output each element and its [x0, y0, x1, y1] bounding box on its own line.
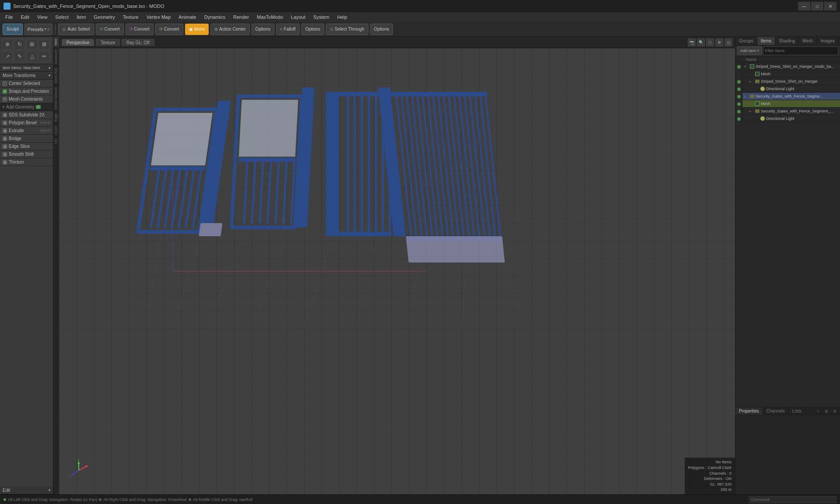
options-button-1[interactable]: Options	[252, 24, 274, 35]
tool-icon-pen[interactable]: ✏	[38, 51, 50, 62]
menu-layout[interactable]: Layout	[287, 14, 309, 21]
vp-icon-search[interactable]: 🔍	[697, 38, 705, 46]
menu-select[interactable]: Select	[52, 14, 72, 21]
tool-icon-move[interactable]: ⊕	[2, 38, 13, 50]
tool-icon-rotate[interactable]: ↻	[14, 38, 25, 50]
items-button[interactable]: ◉ Items	[185, 24, 209, 35]
vp-icon-settings[interactable]: ⚙	[715, 38, 723, 46]
menu-help[interactable]: Help	[334, 14, 351, 21]
vp-icon-grid[interactable]: ⬡	[706, 38, 714, 46]
menu-maxtomodo[interactable]: MaxToModo	[253, 14, 287, 21]
sculpt-button[interactable]: Sculpt	[3, 24, 23, 35]
left-tab-curve[interactable]: Curve	[53, 124, 59, 137]
menu-item[interactable]: Item	[73, 14, 89, 21]
thicken-button[interactable]: ▣ Thicken	[0, 158, 53, 166]
presets-dropdown[interactable]: Presets ▾ ≡	[24, 24, 53, 35]
left-tab-mesh-edit[interactable]: Mesh Edit	[53, 66, 59, 86]
menu-render[interactable]: Render	[230, 14, 252, 21]
vp-icon-camera[interactable]: 📷	[688, 38, 696, 46]
bridge-button[interactable]: ▣ Bridge	[0, 135, 53, 143]
br-tab-lists[interactable]: Lists	[789, 407, 805, 415]
tool-icon-scale[interactable]: ⊞	[26, 38, 38, 50]
menu-edit[interactable]: Edit	[18, 14, 33, 21]
left-tab-edge[interactable]: Edge	[53, 112, 59, 124]
menu-dynamics[interactable]: Dynamics	[201, 14, 229, 21]
viewport-tab-raygl[interactable]: Ray GL: Off	[122, 39, 154, 46]
convert-button-1[interactable]: ⟳ Convert	[96, 24, 124, 35]
item-row-striped-dress-shirt-top[interactable]: ▾ Striped_Dress_Shirt_on_Hanger_modo_ba.…	[742, 63, 840, 70]
center-selected-button[interactable]: ⊙ Center Selected	[0, 80, 53, 88]
item-row-directional-light-2[interactable]: Directional Light	[742, 115, 840, 122]
smooth-shift-button[interactable]: ▣ Smooth Shift	[0, 150, 53, 158]
edit-mode-dropdown[interactable]: Edit ▾	[0, 486, 53, 494]
add-geometry-section[interactable]: ▾ Add Geometry +	[0, 103, 53, 111]
left-tab-vertex-normal[interactable]: Vertex Normal	[53, 86, 59, 112]
options-button-2[interactable]: Options	[301, 24, 324, 35]
edge-slice-button[interactable]: ▣ Edge Slice	[0, 143, 53, 150]
falloff-button[interactable]: ≈ Falloff	[276, 24, 300, 35]
visibility-dot-3[interactable]	[737, 80, 741, 84]
polygon-bevel-button[interactable]: ▣ Polygon Bevel Shift-B	[0, 119, 53, 127]
visibility-dot-1[interactable]	[737, 65, 741, 69]
menu-system[interactable]: System	[310, 14, 333, 21]
item-row-mesh-2[interactable]: Mesh	[742, 100, 840, 108]
visibility-dot-8[interactable]	[737, 117, 741, 121]
item-row-mesh-1[interactable]: Mesh	[742, 70, 840, 78]
menu-view[interactable]: View	[34, 14, 51, 21]
br-icon-settings[interactable]: ⚙	[831, 408, 838, 415]
left-tab-duplicate[interactable]: Duplicate	[53, 48, 59, 66]
item-row-security-gates-top[interactable]: ▾ Security_Gates_with_Fence_Segme...	[742, 93, 840, 100]
convert-button-2[interactable]: ⟳ Convert	[126, 24, 154, 35]
menu-file[interactable]: File	[2, 14, 17, 21]
item-row-security-gates-sub[interactable]: ▸ Security_Gates_with_Fence_Segment_...	[742, 108, 840, 115]
tool-icon-transform[interactable]: ⊠	[38, 38, 50, 50]
viewport-tab-texture[interactable]: Texture	[96, 39, 120, 46]
vp-icon-expand[interactable]: ◫	[724, 38, 732, 46]
options-button-3[interactable]: Options	[370, 24, 393, 35]
menu-vertex-map[interactable]: Vertex Map	[143, 14, 175, 21]
br-icon-expand[interactable]: ⊞	[823, 408, 830, 415]
item-row-striped-shirt-hanger[interactable]: ▸ Striped_Dress_Shirt_on_Hanger	[742, 78, 840, 85]
br-tab-properties[interactable]: Properties	[735, 407, 763, 415]
br-icon-add[interactable]: +	[815, 408, 822, 415]
left-tab-item[interactable]: Item	[53, 37, 59, 48]
item-row-directional-light-1[interactable]: Directional Light	[742, 85, 840, 93]
right-tab-mesh[interactable]: Mesh	[799, 37, 817, 45]
minimize-button[interactable]: —	[798, 2, 810, 10]
right-tab-groups[interactable]: Groups	[735, 37, 757, 45]
select-through-button[interactable]: ⊙ Select Through	[326, 24, 368, 35]
visibility-dot-5[interactable]	[737, 95, 741, 98]
menu-geometry[interactable]: Geometry	[90, 14, 118, 21]
light-icon-1	[760, 86, 765, 91]
right-tab-shading[interactable]: Shading	[775, 37, 799, 45]
more-transforms-dropdown[interactable]: More Transforms ▾	[0, 72, 53, 80]
command-input[interactable]	[749, 496, 836, 503]
action-center-button[interactable]: ⊕ Action Center	[210, 24, 250, 35]
mesh-constraints-button[interactable]: ⊞ Mesh Constraints	[0, 95, 53, 103]
item-menu-dropdown[interactable]: Item Menu: New Item ▾	[0, 64, 53, 72]
viewport-tab-perspective[interactable]: Perspective	[62, 39, 94, 46]
snaps-precision-button[interactable]: ✓ Snaps and Precision	[0, 88, 53, 95]
filter-items-input[interactable]	[763, 46, 838, 55]
tool-icon-paint[interactable]: ✎	[14, 51, 25, 62]
maximize-button[interactable]: □	[811, 2, 823, 10]
auto-select-button[interactable]: ◎ Auto Select	[58, 24, 94, 35]
right-tab-items[interactable]: Items	[757, 37, 775, 45]
tool-icon-select[interactable]: ↗	[2, 51, 13, 62]
menu-animate[interactable]: Animate	[175, 14, 200, 21]
convert-button-3[interactable]: ⟳ Convert	[155, 24, 183, 35]
close-button[interactable]: ✕	[824, 2, 836, 10]
presets-settings[interactable]: ≡	[47, 27, 49, 32]
left-tab-uv[interactable]: UV	[53, 137, 59, 146]
sds-subdivide-button[interactable]: ▣ SDS Subdivide 2X	[0, 111, 53, 119]
extrude-button[interactable]: ▣ Extrude Shift-X	[0, 127, 53, 135]
menu-texture[interactable]: Texture	[119, 14, 142, 21]
visibility-dot-4[interactable]	[737, 88, 741, 91]
right-tab-images[interactable]: Images	[817, 37, 839, 45]
add-item-button[interactable]: Add Item ▾	[737, 46, 762, 55]
br-tab-channels[interactable]: Channels	[763, 407, 789, 415]
visibility-dot-7[interactable]	[737, 110, 741, 113]
tool-icon-polygon[interactable]: △	[26, 51, 38, 62]
visibility-dot-6[interactable]	[737, 102, 741, 106]
viewport-canvas[interactable]: X Y Z No Items Polygons : Catmull-Clark …	[59, 48, 735, 494]
